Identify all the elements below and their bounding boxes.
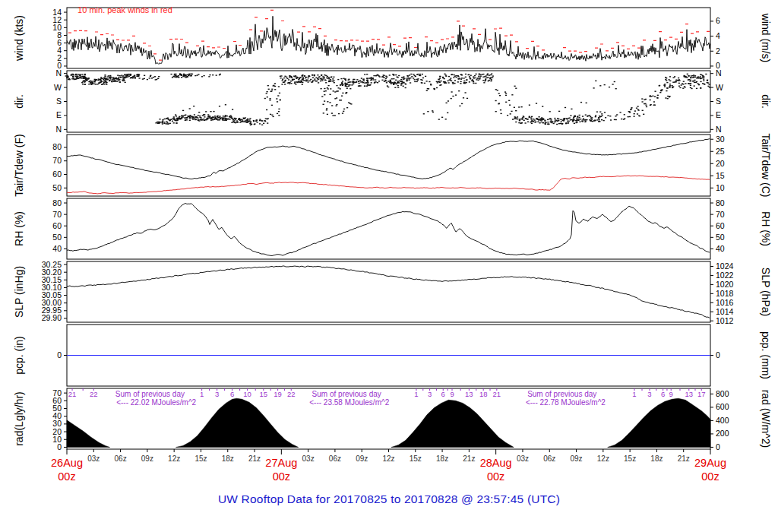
scatter-point: [72, 76, 74, 77]
scatter-point: [166, 121, 167, 122]
scatter-point: [117, 78, 119, 79]
scatter-point: [318, 76, 320, 77]
scatter-point: [310, 79, 312, 80]
scatter-point: [290, 81, 292, 81]
scatter-point: [476, 79, 477, 80]
x-day-zulu-label: 00z: [487, 470, 504, 483]
scatter-point: [403, 79, 404, 80]
scatter-point: [217, 116, 219, 116]
scatter-point: [182, 76, 184, 77]
annotation: 10 min. peak winds in red: [77, 5, 172, 14]
scatter-point: [267, 91, 268, 92]
tick-label-left: 70: [52, 210, 62, 219]
scatter-point: [103, 82, 105, 83]
scatter-point: [691, 88, 692, 89]
tick-label-right: 40: [716, 244, 725, 253]
scatter-point: [669, 79, 670, 80]
scatter-point: [304, 75, 305, 76]
scatter-point: [81, 74, 83, 74]
scatter-point: [580, 102, 582, 103]
scatter-point: [500, 109, 501, 110]
scatter-point: [454, 83, 455, 84]
scatter-point: [295, 84, 296, 84]
scatter-point: [441, 117, 443, 118]
scatter-point: [334, 91, 336, 92]
scatter-point: [215, 117, 217, 118]
scatter-point: [702, 76, 704, 77]
scatter-point: [219, 119, 220, 120]
scatter-point: [410, 82, 411, 83]
scatter-point: [289, 83, 290, 84]
scatter-point: [86, 79, 87, 80]
scatter-point: [324, 100, 325, 101]
scatter-point: [669, 84, 671, 84]
scatter-point: [184, 76, 185, 77]
scatter-point: [653, 101, 655, 102]
scatter-point: [324, 91, 325, 92]
scatter-point: [191, 74, 193, 74]
scatter-point: [691, 75, 692, 76]
scatter-point: [637, 106, 639, 106]
scatter-point: [614, 119, 615, 120]
scatter-point: [595, 81, 596, 81]
scatter-point: [162, 119, 163, 120]
scatter-point: [403, 82, 405, 83]
scatter-point: [547, 119, 549, 120]
scatter-point: [204, 120, 205, 121]
scatter-point: [95, 84, 96, 84]
scatter-point: [489, 80, 490, 81]
scatter-point: [332, 78, 334, 79]
scatter-point: [324, 78, 325, 78]
tick-label-left: 14: [52, 8, 62, 17]
scatter-point: [330, 79, 331, 80]
x-hour-label: 03z: [302, 454, 315, 463]
scatter-point: [234, 120, 236, 121]
scatter-point: [525, 122, 527, 123]
scatter-point: [696, 81, 697, 82]
scatter-point: [261, 125, 263, 125]
scatter-point: [181, 77, 182, 78]
x-hour-label: 09z: [356, 454, 368, 463]
scatter-point: [365, 82, 367, 83]
scatter-point: [452, 83, 454, 84]
scatter-point: [296, 78, 297, 79]
scatter-point: [371, 82, 372, 83]
scatter-point: [424, 83, 425, 84]
scatter-point: [236, 122, 238, 122]
scatter-point: [495, 89, 497, 90]
scatter-point: [659, 85, 660, 86]
scatter-point: [119, 81, 121, 82]
scatter-point: [476, 78, 478, 78]
tick-label-right: 1020: [716, 280, 734, 289]
scatter-point: [550, 120, 552, 121]
scatter-point: [78, 74, 80, 74]
scatter-point: [109, 75, 111, 76]
scatter-point: [327, 88, 329, 89]
scatter-point: [109, 78, 111, 79]
scatter-point: [541, 122, 542, 122]
scatter-point: [112, 79, 113, 80]
scatter-point: [116, 81, 118, 81]
scatter-point: [650, 100, 651, 100]
scatter-point: [302, 75, 303, 76]
scatter-point: [470, 75, 472, 76]
scatter-point: [682, 84, 684, 84]
scatter-point: [158, 122, 160, 122]
scatter-point: [82, 84, 84, 84]
scatter-point: [675, 81, 677, 82]
scatter-point: [375, 81, 377, 82]
scatter-point: [121, 75, 122, 76]
scatter-point: [406, 80, 408, 81]
scatter-point: [212, 74, 213, 75]
scatter-point: [631, 107, 632, 108]
scatter-point: [579, 122, 580, 122]
scatter-point: [267, 85, 269, 86]
axis-title-left-slp: SLP (inHg): [13, 266, 25, 318]
scatter-point: [390, 82, 391, 83]
tick-label-right: 70: [716, 210, 725, 219]
scatter-point: [451, 91, 453, 92]
scatter-point: [353, 79, 354, 80]
scatter-point: [345, 80, 346, 81]
tick-label-right: 30: [716, 135, 725, 144]
scatter-point: [271, 105, 273, 106]
